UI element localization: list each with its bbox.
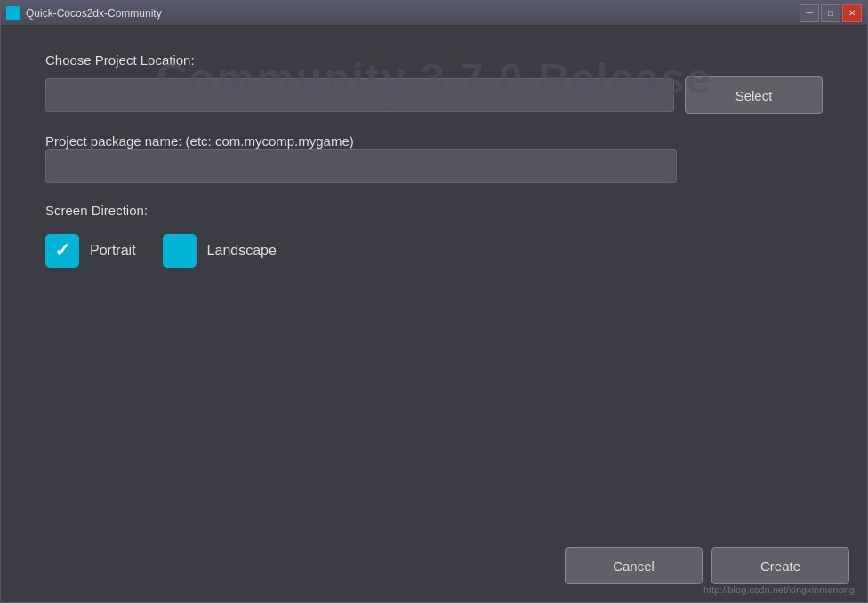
maximize-button[interactable]: □	[821, 4, 840, 22]
package-label: Project package name: (etc: com.mycomp.m…	[45, 133, 354, 149]
portrait-checkbox-item[interactable]: ✓ Portrait	[45, 234, 136, 268]
create-button[interactable]: Create	[711, 547, 849, 584]
app-icon	[6, 6, 20, 20]
package-input[interactable]	[45, 149, 677, 183]
close-button[interactable]: ✕	[842, 4, 862, 22]
location-row: Select	[45, 76, 823, 114]
portrait-checkmark: ✓	[54, 239, 70, 262]
dialog-footer: Cancel Create	[1, 538, 867, 602]
dialog-window: Quick-Cocos2dx-Community ─ □ ✕ Community…	[0, 0, 868, 603]
screen-section: Screen Direction: ✓ Portrait Landscape	[45, 203, 823, 268]
package-section: Project package name: (etc: com.mycomp.m…	[45, 133, 823, 183]
cancel-button[interactable]: Cancel	[565, 547, 703, 584]
dialog-content: Choose Project Location: Select Project …	[1, 26, 867, 538]
title-bar: Quick-Cocos2dx-Community ─ □ ✕	[1, 1, 867, 26]
title-bar-controls: ─ □ ✕	[800, 4, 862, 22]
landscape-label: Landscape	[207, 243, 277, 259]
landscape-checkbox-box[interactable]	[163, 234, 197, 268]
screen-direction-label: Screen Direction:	[45, 203, 823, 218]
checkboxes-row: ✓ Portrait Landscape	[45, 234, 823, 268]
location-label: Choose Project Location:	[45, 52, 823, 68]
portrait-checkbox-box[interactable]: ✓	[45, 234, 79, 268]
title-bar-left: Quick-Cocos2dx-Community	[6, 6, 162, 20]
window-title: Quick-Cocos2dx-Community	[26, 7, 162, 20]
minimize-button[interactable]: ─	[800, 4, 819, 22]
location-input[interactable]	[45, 78, 674, 112]
portrait-label: Portrait	[90, 243, 136, 259]
select-button[interactable]: Select	[685, 76, 823, 114]
landscape-checkbox-item[interactable]: Landscape	[163, 234, 277, 268]
